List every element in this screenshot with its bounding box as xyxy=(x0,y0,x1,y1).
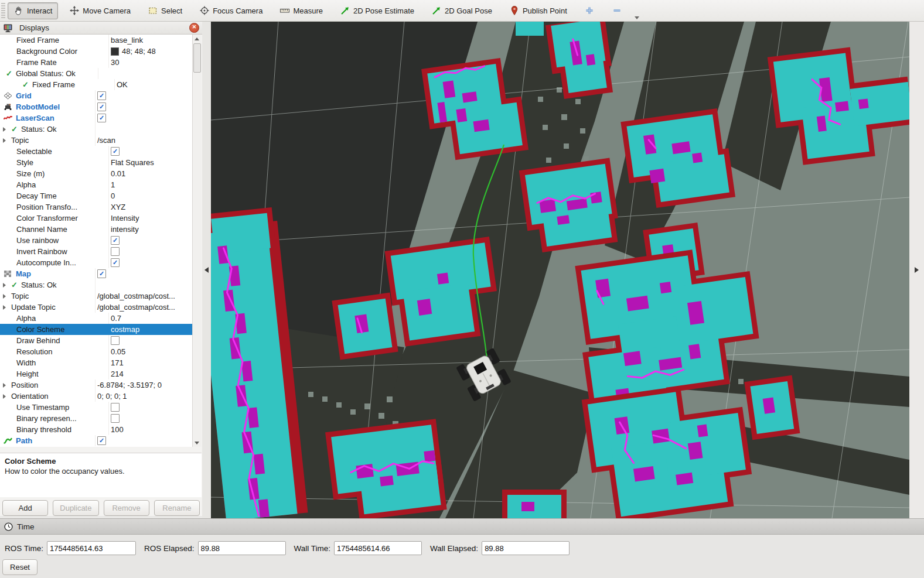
tree-row-fixed-frame[interactable]: ✓Fixed FrameOK xyxy=(0,79,193,90)
tree-row-robotmodel[interactable]: RobotModel✓ xyxy=(0,101,193,112)
tool-move-camera[interactable]: Move Camera xyxy=(63,2,137,19)
tree-row-use-rainbow[interactable]: Use rainbow✓ xyxy=(0,235,193,246)
checkbox-grid[interactable]: ✓ xyxy=(97,91,106,100)
scroll-up-icon[interactable] xyxy=(193,35,201,43)
tree-row-style[interactable]: StyleFlat Squares xyxy=(0,157,193,168)
tree-row-map[interactable]: Map✓ xyxy=(0,268,193,279)
checkbox-use-timestamp[interactable] xyxy=(111,403,120,412)
tool-publish-point[interactable]: Publish Point xyxy=(503,2,573,19)
row-value: costmap xyxy=(111,324,139,335)
tree-row-frame-rate[interactable]: Frame Rate30 xyxy=(0,57,193,68)
tree-row-use-timestamp[interactable]: Use Timestamp xyxy=(0,402,193,413)
tool-[interactable] xyxy=(578,2,601,19)
tool-measure[interactable]: Measure xyxy=(274,2,329,19)
wall-elapsed-input[interactable] xyxy=(482,541,570,555)
tree-row-laserscan[interactable]: LaserScan✓ xyxy=(0,112,193,124)
expander-icon[interactable] xyxy=(3,127,6,132)
toolbar-drag-handle[interactable] xyxy=(1,3,5,18)
path-icon xyxy=(3,437,12,445)
tree-row-channel-name[interactable]: Channel Nameintensity xyxy=(0,224,193,235)
tool-select[interactable]: Select xyxy=(142,2,188,19)
ros-time-label: ROS Time: xyxy=(5,544,43,553)
tree-row-background-color[interactable]: Background Color48; 48; 48 xyxy=(0,46,193,57)
row-label: Path xyxy=(16,435,32,446)
row-value: 48; 48; 48 xyxy=(122,46,156,57)
tree-row-topic[interactable]: Topic/global_costmap/cost... xyxy=(0,290,193,302)
color-swatch[interactable] xyxy=(111,47,119,56)
property-help-box: Color Scheme How to color the occupancy … xyxy=(0,453,202,497)
checkbox-draw-behind[interactable] xyxy=(111,336,120,345)
left-splitter[interactable] xyxy=(202,22,211,518)
wall-time-input[interactable] xyxy=(334,541,422,555)
tree-row-alpha[interactable]: Alpha1 xyxy=(0,179,193,190)
tool-label: 2D Goal Pose xyxy=(445,6,492,15)
checkbox-robotmodel[interactable]: ✓ xyxy=(97,102,106,111)
tree-row-draw-behind[interactable]: Draw Behind xyxy=(0,335,193,346)
expander-icon[interactable] xyxy=(3,283,6,288)
tree-row-color-scheme[interactable]: Color Schemecostmap xyxy=(0,324,193,335)
tool-focus-camera[interactable]: Focus Camera xyxy=(193,2,268,19)
3d-viewport[interactable] xyxy=(211,22,909,518)
tree-row-orientation[interactable]: Orientation0; 0; 0; 1 xyxy=(0,391,193,402)
checkbox-selectable[interactable]: ✓ xyxy=(111,147,120,156)
tree-row-width[interactable]: Width171 xyxy=(0,357,193,368)
collapse-left-icon[interactable] xyxy=(204,267,209,273)
tree-row-fixed-frame[interactable]: Fixed Framebase_link xyxy=(0,35,193,46)
tree-row-update-topic[interactable]: Update Topic/global_costmap/cost... xyxy=(0,302,193,313)
tree-row-status-ok[interactable]: ✓Status: Ok xyxy=(0,124,193,135)
checkbox-binary-represen[interactable] xyxy=(111,414,120,423)
ros-time-input[interactable] xyxy=(47,541,136,555)
tree-row-path[interactable]: Path✓ xyxy=(0,435,193,446)
row-label: Grid xyxy=(16,90,32,101)
tree-row-binary-threshold[interactable]: Binary threshold100 xyxy=(0,424,193,435)
expander-icon[interactable] xyxy=(3,294,6,299)
tree-row-size-m[interactable]: Size (m)0.01 xyxy=(0,168,193,179)
tool-2d-goal-pose[interactable]: 2D Goal Pose xyxy=(425,2,498,19)
checkbox-invert-rainbow[interactable] xyxy=(111,247,120,256)
row-value: base_link xyxy=(111,35,143,46)
tree-row-global-status-ok[interactable]: ✓Global Status: Ok xyxy=(0,68,193,79)
tree-row-resolution[interactable]: Resolution0.05 xyxy=(0,346,193,357)
add-button[interactable]: Add xyxy=(2,500,48,516)
tool-[interactable] xyxy=(606,2,628,19)
right-splitter[interactable] xyxy=(909,22,924,518)
tree-row-autocompute-in[interactable]: Autocompute In...✓ xyxy=(0,257,193,268)
checkbox-path[interactable]: ✓ xyxy=(97,436,106,445)
checkbox-laserscan[interactable]: ✓ xyxy=(97,114,106,122)
toolbar-overflow-arrow[interactable] xyxy=(635,16,639,19)
tree-row-binary-represen[interactable]: Binary represen... xyxy=(0,413,193,424)
tree-row-position-transfo[interactable]: Position Transfo...XYZ xyxy=(0,201,193,213)
expander-icon[interactable] xyxy=(3,138,6,143)
expander-icon[interactable] xyxy=(3,383,6,388)
tree-row-height[interactable]: Height214 xyxy=(0,368,193,379)
checkbox-use-rainbow[interactable]: ✓ xyxy=(111,236,120,245)
tree-scrollbar[interactable] xyxy=(192,35,202,447)
tree-row-selectable[interactable]: Selectable✓ xyxy=(0,146,193,157)
tree-row-position[interactable]: Position-6.8784; -3.5197; 0 xyxy=(0,379,193,391)
row-value: OK xyxy=(117,79,128,90)
scrollbar-thumb[interactable] xyxy=(193,43,201,73)
tree-row-status-ok[interactable]: ✓Status: Ok xyxy=(0,279,193,290)
checkbox-map[interactable]: ✓ xyxy=(97,269,106,278)
expander-icon[interactable] xyxy=(3,394,6,399)
scroll-down-icon[interactable] xyxy=(193,439,201,447)
tree-row-alpha[interactable]: Alpha0.7 xyxy=(0,313,193,324)
tool-interact[interactable]: Interact xyxy=(8,2,58,19)
checkbox-autocompute-in[interactable]: ✓ xyxy=(111,258,120,267)
row-label: Binary represen... xyxy=(16,413,77,424)
row-label: Height xyxy=(16,368,39,379)
expander-icon[interactable] xyxy=(3,305,6,310)
row-value: intensity xyxy=(111,224,139,235)
close-icon[interactable]: ✕ xyxy=(189,23,199,33)
expand-right-icon[interactable] xyxy=(915,267,919,273)
row-label: Channel Name xyxy=(16,224,67,235)
publish-point-icon xyxy=(509,5,520,16)
tree-row-grid[interactable]: Grid✓ xyxy=(0,90,193,101)
reset-button[interactable]: Reset xyxy=(2,559,37,575)
tree-row-invert-rainbow[interactable]: Invert Rainbow xyxy=(0,246,193,257)
tool-2d-pose-estimate[interactable]: 2D Pose Estimate xyxy=(334,2,420,19)
tree-row-color-transformer[interactable]: Color TransformerIntensity xyxy=(0,213,193,224)
tree-row-decay-time[interactable]: Decay Time0 xyxy=(0,190,193,201)
ros-elapsed-input[interactable] xyxy=(198,541,286,555)
tree-row-topic[interactable]: Topic/scan xyxy=(0,135,193,146)
